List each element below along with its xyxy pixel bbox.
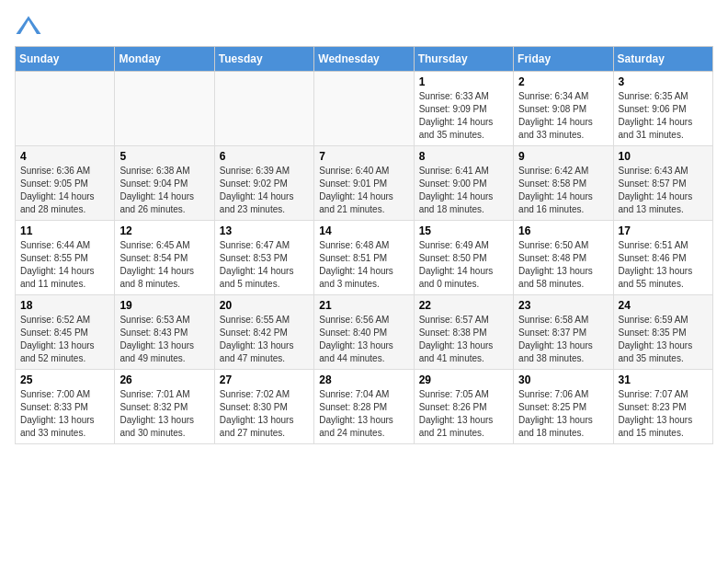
calendar-cell [115, 72, 214, 146]
day-info: Sunrise: 6:58 AM Sunset: 8:37 PM Dayligh… [518, 314, 608, 365]
calendar-cell: 1Sunrise: 6:33 AM Sunset: 9:09 PM Daylig… [414, 72, 513, 146]
calendar-cell: 28Sunrise: 7:04 AM Sunset: 8:28 PM Dayli… [314, 370, 414, 444]
day-header-tuesday: Tuesday [214, 47, 313, 72]
calendar-cell: 11Sunrise: 6:44 AM Sunset: 8:55 PM Dayli… [16, 221, 115, 295]
calendar-table: SundayMondayTuesdayWednesdayThursdayFrid… [15, 46, 713, 444]
day-number: 25 [20, 373, 109, 386]
calendar-cell: 17Sunrise: 6:51 AM Sunset: 8:46 PM Dayli… [613, 221, 712, 295]
day-info: Sunrise: 6:59 AM Sunset: 8:35 PM Dayligh… [619, 314, 708, 365]
day-header-sunday: Sunday [16, 47, 115, 72]
day-info: Sunrise: 6:55 AM Sunset: 8:42 PM Dayligh… [220, 314, 309, 365]
day-number: 9 [518, 150, 608, 163]
day-info: Sunrise: 6:53 AM Sunset: 8:43 PM Dayligh… [119, 314, 209, 365]
day-number: 18 [20, 299, 109, 312]
day-info: Sunrise: 7:07 AM Sunset: 8:23 PM Dayligh… [619, 388, 708, 440]
day-info: Sunrise: 7:02 AM Sunset: 8:30 PM Dayligh… [220, 388, 309, 440]
day-number: 31 [619, 373, 708, 386]
day-info: Sunrise: 6:41 AM Sunset: 9:00 PM Dayligh… [419, 165, 508, 216]
day-info: Sunrise: 6:49 AM Sunset: 8:50 PM Dayligh… [419, 239, 508, 291]
calendar-header-row: SundayMondayTuesdayWednesdayThursdayFrid… [16, 47, 713, 72]
calendar-week-row: 11Sunrise: 6:44 AM Sunset: 8:55 PM Dayli… [16, 221, 713, 295]
day-info: Sunrise: 6:52 AM Sunset: 8:45 PM Dayligh… [20, 314, 109, 365]
calendar-cell: 12Sunrise: 6:45 AM Sunset: 8:54 PM Dayli… [115, 221, 214, 295]
calendar-cell: 21Sunrise: 6:56 AM Sunset: 8:40 PM Dayli… [314, 295, 414, 370]
day-header-saturday: Saturday [613, 47, 712, 72]
day-info: Sunrise: 6:56 AM Sunset: 8:40 PM Dayligh… [319, 314, 408, 365]
day-header-thursday: Thursday [414, 47, 513, 72]
calendar-week-row: 25Sunrise: 7:00 AM Sunset: 8:33 PM Dayli… [16, 370, 713, 444]
day-number: 30 [518, 373, 608, 386]
day-number: 11 [20, 224, 109, 237]
day-info: Sunrise: 6:48 AM Sunset: 8:51 PM Dayligh… [319, 239, 408, 291]
day-info: Sunrise: 6:36 AM Sunset: 9:05 PM Dayligh… [20, 165, 109, 216]
day-number: 12 [119, 224, 209, 237]
day-info: Sunrise: 6:47 AM Sunset: 8:53 PM Dayligh… [220, 239, 309, 291]
day-info: Sunrise: 7:01 AM Sunset: 8:32 PM Dayligh… [119, 388, 209, 440]
day-info: Sunrise: 7:06 AM Sunset: 8:25 PM Dayligh… [518, 388, 608, 440]
day-header-monday: Monday [115, 47, 214, 72]
day-info: Sunrise: 6:42 AM Sunset: 8:58 PM Dayligh… [518, 165, 608, 216]
calendar-cell: 25Sunrise: 7:00 AM Sunset: 8:33 PM Dayli… [16, 370, 115, 444]
calendar-cell: 31Sunrise: 7:07 AM Sunset: 8:23 PM Dayli… [613, 370, 712, 444]
calendar-cell: 14Sunrise: 6:48 AM Sunset: 8:51 PM Dayli… [314, 221, 414, 295]
day-info: Sunrise: 6:44 AM Sunset: 8:55 PM Dayligh… [20, 239, 109, 291]
day-number: 16 [518, 224, 608, 237]
day-number: 1 [419, 75, 508, 88]
day-info: Sunrise: 6:43 AM Sunset: 8:57 PM Dayligh… [619, 165, 708, 216]
calendar-cell: 29Sunrise: 7:05 AM Sunset: 8:26 PM Dayli… [414, 370, 513, 444]
day-info: Sunrise: 6:35 AM Sunset: 9:06 PM Dayligh… [619, 90, 708, 142]
day-number: 8 [419, 150, 508, 163]
day-number: 22 [419, 299, 508, 312]
day-info: Sunrise: 6:45 AM Sunset: 8:54 PM Dayligh… [119, 239, 209, 291]
day-number: 19 [119, 299, 209, 312]
day-number: 23 [518, 299, 608, 312]
day-info: Sunrise: 6:34 AM Sunset: 9:08 PM Dayligh… [518, 90, 608, 142]
logo-icon [15, 15, 42, 37]
day-number: 6 [220, 150, 309, 163]
calendar-cell: 10Sunrise: 6:43 AM Sunset: 8:57 PM Dayli… [613, 146, 712, 221]
day-info: Sunrise: 6:40 AM Sunset: 9:01 PM Dayligh… [319, 165, 408, 216]
calendar-cell: 2Sunrise: 6:34 AM Sunset: 9:08 PM Daylig… [514, 72, 613, 146]
calendar-cell: 19Sunrise: 6:53 AM Sunset: 8:43 PM Dayli… [115, 295, 214, 370]
calendar-cell: 6Sunrise: 6:39 AM Sunset: 9:02 PM Daylig… [214, 146, 313, 221]
day-info: Sunrise: 7:00 AM Sunset: 8:33 PM Dayligh… [20, 388, 109, 440]
day-number: 29 [419, 373, 508, 386]
day-number: 26 [119, 373, 209, 386]
calendar-cell: 30Sunrise: 7:06 AM Sunset: 8:25 PM Dayli… [514, 370, 613, 444]
day-number: 17 [619, 224, 708, 237]
page-header [15, 15, 713, 37]
calendar-cell: 7Sunrise: 6:40 AM Sunset: 9:01 PM Daylig… [314, 146, 414, 221]
calendar-cell: 18Sunrise: 6:52 AM Sunset: 8:45 PM Dayli… [16, 295, 115, 370]
day-info: Sunrise: 6:38 AM Sunset: 9:04 PM Dayligh… [119, 165, 209, 216]
day-number: 14 [319, 224, 408, 237]
calendar-cell [314, 72, 414, 146]
calendar-cell: 8Sunrise: 6:41 AM Sunset: 9:00 PM Daylig… [414, 146, 513, 221]
calendar-cell: 27Sunrise: 7:02 AM Sunset: 8:30 PM Dayli… [214, 370, 313, 444]
day-number: 10 [619, 150, 708, 163]
calendar-cell: 22Sunrise: 6:57 AM Sunset: 8:38 PM Dayli… [414, 295, 513, 370]
day-number: 24 [619, 299, 708, 312]
calendar-cell: 15Sunrise: 6:49 AM Sunset: 8:50 PM Dayli… [414, 221, 513, 295]
day-number: 28 [319, 373, 408, 386]
day-info: Sunrise: 6:51 AM Sunset: 8:46 PM Dayligh… [619, 239, 708, 291]
logo [15, 15, 46, 37]
calendar-cell: 20Sunrise: 6:55 AM Sunset: 8:42 PM Dayli… [214, 295, 313, 370]
day-number: 21 [319, 299, 408, 312]
day-number: 7 [319, 150, 408, 163]
calendar-week-row: 18Sunrise: 6:52 AM Sunset: 8:45 PM Dayli… [16, 295, 713, 370]
day-info: Sunrise: 6:50 AM Sunset: 8:48 PM Dayligh… [518, 239, 608, 291]
day-number: 2 [518, 75, 608, 88]
calendar-cell: 3Sunrise: 6:35 AM Sunset: 9:06 PM Daylig… [613, 72, 712, 146]
day-info: Sunrise: 6:39 AM Sunset: 9:02 PM Dayligh… [220, 165, 309, 216]
day-info: Sunrise: 7:05 AM Sunset: 8:26 PM Dayligh… [419, 388, 508, 440]
day-info: Sunrise: 6:57 AM Sunset: 8:38 PM Dayligh… [419, 314, 508, 365]
day-header-friday: Friday [514, 47, 613, 72]
calendar-cell: 24Sunrise: 6:59 AM Sunset: 8:35 PM Dayli… [613, 295, 712, 370]
calendar-week-row: 1Sunrise: 6:33 AM Sunset: 9:09 PM Daylig… [16, 72, 713, 146]
calendar-week-row: 4Sunrise: 6:36 AM Sunset: 9:05 PM Daylig… [16, 146, 713, 221]
calendar-cell: 5Sunrise: 6:38 AM Sunset: 9:04 PM Daylig… [115, 146, 214, 221]
day-info: Sunrise: 6:33 AM Sunset: 9:09 PM Dayligh… [419, 90, 508, 142]
calendar-cell: 4Sunrise: 6:36 AM Sunset: 9:05 PM Daylig… [16, 146, 115, 221]
calendar-cell: 26Sunrise: 7:01 AM Sunset: 8:32 PM Dayli… [115, 370, 214, 444]
calendar-cell [16, 72, 115, 146]
